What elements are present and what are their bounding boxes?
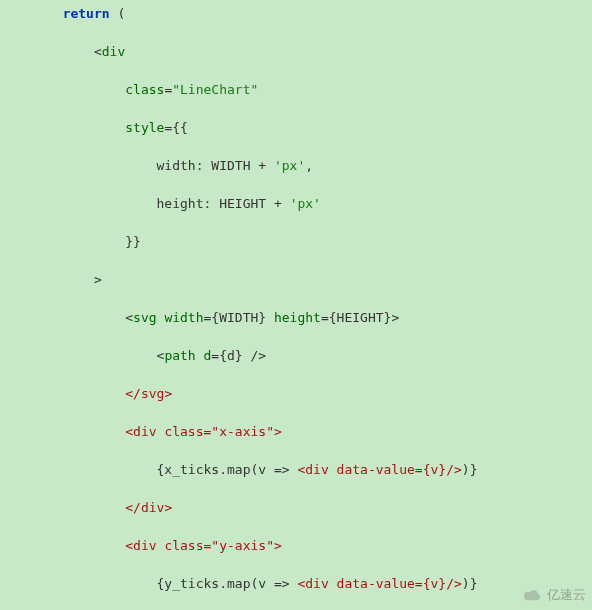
div-xaxis-open: <div class="x-axis"> xyxy=(125,424,282,439)
tag-svg: svg xyxy=(133,310,156,325)
div-yaxis-open: <div class="y-axis"> xyxy=(125,538,282,553)
close-svg: </svg> xyxy=(125,386,172,401)
close-div: </div> xyxy=(125,500,172,515)
tag-path: path xyxy=(164,348,195,363)
code-block: return ( <div class="LineChart" style={{… xyxy=(0,0,592,610)
class-linechart: "LineChart" xyxy=(172,82,258,97)
tag-div-open: div xyxy=(102,44,125,59)
keyword-return: return xyxy=(63,6,110,21)
